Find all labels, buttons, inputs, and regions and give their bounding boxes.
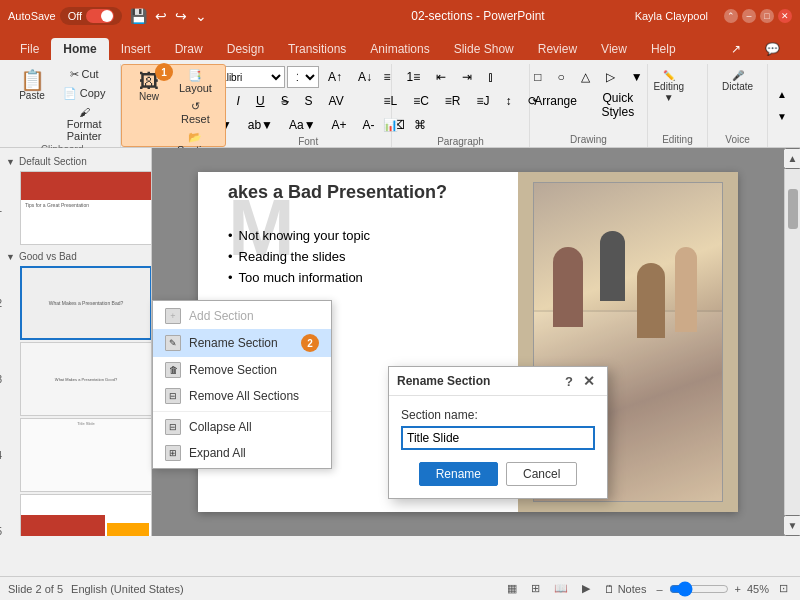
align-center-button[interactable]: ≡C [406, 90, 436, 112]
tab-home[interactable]: Home [51, 38, 108, 60]
badge-1: 1 [155, 63, 173, 81]
font-size-select[interactable]: 12 [287, 66, 319, 88]
numbering-button[interactable]: 1≡ [399, 66, 427, 88]
username: Kayla Claypool [635, 10, 708, 22]
dialog-title: Rename Section [397, 374, 490, 388]
dictate-button[interactable]: 🎤 Dictate [716, 66, 759, 96]
strikethrough-button[interactable]: S̶ [274, 90, 296, 112]
shape-2[interactable]: ○ [551, 66, 572, 88]
zoom-percent: 45% [747, 583, 769, 595]
undo-button[interactable]: ↩ [153, 6, 169, 26]
shape-3[interactable]: △ [574, 66, 597, 88]
toggle-switch[interactable] [86, 9, 114, 23]
normal-view-button[interactable]: ▦ [503, 580, 521, 597]
tab-help[interactable]: Help [639, 38, 688, 60]
autosave-control[interactable]: AutoSave Off [8, 7, 122, 25]
para-content: ≡ 1≡ ⇤ ⇥ ⫿ ≡L ≡C ≡R ≡J ↕ ⟳ 📊 ⌘ [376, 66, 544, 136]
copy-button[interactable]: 📄 Copy [56, 85, 112, 102]
quick-styles-button[interactable]: Quick Styles [586, 90, 650, 112]
ribbon-scroll-up[interactable]: ▲ [770, 84, 794, 106]
paste-button[interactable]: 📋 Paste [12, 66, 52, 105]
new-slide-button[interactable]: 🖼 New 1 [129, 67, 169, 106]
align-left-button[interactable]: ≡L [376, 90, 404, 112]
dialog-help-button[interactable]: ? [565, 374, 573, 389]
tab-design[interactable]: Design [215, 38, 276, 60]
slideshow-view-button[interactable]: ▶ [578, 580, 594, 597]
notes-button[interactable]: 🗒 Notes [600, 581, 651, 597]
minimize-button[interactable]: – [742, 9, 756, 23]
tab-slideshow[interactable]: Slide Show [442, 38, 526, 60]
more-quick-access[interactable]: ⌄ [193, 6, 209, 26]
font-shrink-button[interactable]: A↓ [351, 66, 379, 88]
editing-button[interactable]: ✏️ Editing ▼ [647, 66, 690, 107]
underline-button[interactable]: U [249, 90, 272, 112]
tab-insert[interactable]: Insert [109, 38, 163, 60]
tab-animations[interactable]: Animations [358, 38, 441, 60]
justify-button[interactable]: ≡J [470, 90, 497, 112]
tab-draw[interactable]: Draw [163, 38, 215, 60]
voice-content: 🎤 Dictate [716, 66, 759, 134]
tab-view[interactable]: View [589, 38, 639, 60]
window-title: 02-sections - PowerPoint [321, 9, 634, 23]
dialog-section-name-input[interactable] [401, 426, 595, 450]
shape-1[interactable]: □ [527, 66, 548, 88]
arrange-button[interactable]: Arrange [527, 90, 584, 112]
ribbon-collapse-btn[interactable]: ⌃ [724, 9, 738, 23]
fit-slide-button[interactable]: ⊡ [775, 580, 792, 597]
increase-indent-button[interactable]: ⇥ [455, 66, 479, 88]
drawing-shapes: □ ○ △ ▷ ▼ [527, 66, 649, 88]
language-info: English (United States) [71, 583, 184, 595]
autosave-toggle[interactable]: Off [60, 7, 122, 25]
para-dialog-button[interactable]: ⌘ [407, 114, 433, 136]
font-case-button[interactable]: Aa▼ [282, 114, 323, 136]
font-size-up-btn2[interactable]: A+ [325, 114, 354, 136]
share-button[interactable]: ↗ [719, 38, 753, 60]
layout-button[interactable]: 📑 Layout [173, 67, 218, 96]
decrease-indent-button[interactable]: ⇤ [429, 66, 453, 88]
align-right-button[interactable]: ≡R [438, 90, 468, 112]
ribbon-tabs: File Home Insert Draw Design Transitions… [0, 32, 800, 60]
editing-dropdown-icon: ▼ [664, 92, 674, 103]
close-button[interactable]: ✕ [778, 9, 792, 23]
char-space-button[interactable]: AV [322, 90, 351, 112]
dialog-rename-button[interactable]: Rename [419, 462, 498, 486]
reading-view-button[interactable]: 📖 [550, 580, 572, 597]
smart-art-button[interactable]: 📊 [376, 114, 405, 136]
columns-button[interactable]: ⫿ [481, 66, 501, 88]
italic-button[interactable]: I [230, 90, 247, 112]
line-spacing-button[interactable]: ↕ [499, 90, 519, 112]
slide-info: Slide 2 of 5 [8, 583, 63, 595]
format-painter-button[interactable]: 🖌 Format Painter [56, 104, 112, 144]
zoom-slider[interactable] [669, 581, 729, 597]
tab-transitions[interactable]: Transitions [276, 38, 358, 60]
ribbon-group-clipboard: 📋 Paste ✂ Cut 📄 Copy 🖌 Format Painter Cl… [4, 64, 121, 147]
save-button[interactable]: 💾 [128, 6, 149, 26]
dialog-close-button[interactable]: ✕ [579, 373, 599, 389]
clipboard-sub: ✂ Cut 📄 Copy 🖌 Format Painter [56, 66, 112, 144]
ribbon-scroll-down[interactable]: ▼ [770, 106, 794, 128]
autosave-label: AutoSave [8, 10, 56, 22]
reset-button[interactable]: ↺ Reset [173, 98, 218, 127]
para-row2: ≡L ≡C ≡R ≡J ↕ ⟳ [376, 90, 544, 112]
shape-4[interactable]: ▷ [599, 66, 622, 88]
ribbon-scroll: ▲ ▼ [768, 64, 796, 147]
maximize-button[interactable]: □ [760, 9, 774, 23]
text-highlight-button[interactable]: ab▼ [241, 114, 280, 136]
font-row2: B I U S̶ S AV [205, 90, 351, 112]
window-controls: ⌃ – □ ✕ [724, 9, 792, 23]
redo-button[interactable]: ↪ [173, 6, 189, 26]
tab-file[interactable]: File [8, 38, 51, 60]
notes-icon: 🗒 [604, 583, 615, 595]
comments-button[interactable]: 💬 [753, 38, 792, 60]
shadow-button[interactable]: S [298, 90, 320, 112]
ribbon-group-voice: 🎤 Dictate Voice [708, 64, 768, 147]
cut-button[interactable]: ✂ Cut [56, 66, 112, 83]
bullets-button[interactable]: ≡ [376, 66, 397, 88]
slide-sorter-button[interactable]: ⊞ [527, 580, 544, 597]
more-shapes-button[interactable]: ▼ [624, 66, 650, 88]
editing-label: Editing [662, 134, 693, 147]
tab-review[interactable]: Review [526, 38, 589, 60]
font-grow-button[interactable]: A↑ [321, 66, 349, 88]
title-right: Kayla Claypool ⌃ – □ ✕ [635, 9, 792, 23]
dialog-cancel-button[interactable]: Cancel [506, 462, 577, 486]
